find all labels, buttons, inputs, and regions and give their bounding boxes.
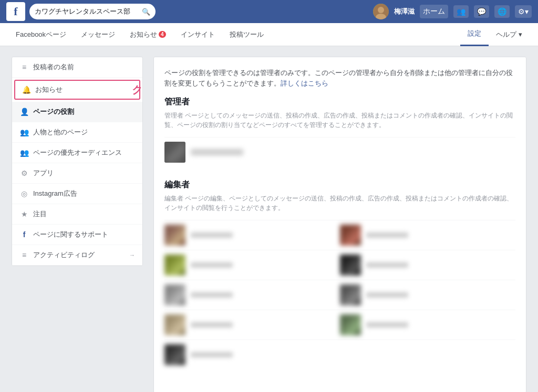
nav-facebook-page[interactable]: Facebookページ	[8, 23, 74, 46]
editor-name-9	[191, 352, 233, 357]
sec-nav-items: Facebookページ メッセージ お知らせ インサイト 投稿ツール	[8, 23, 460, 46]
editor-name-1	[191, 232, 233, 238]
sidebar-item-attention[interactable]: ★ 注目	[12, 204, 142, 225]
facebook-logo: f	[6, 2, 25, 21]
editor-item-9	[164, 340, 340, 369]
list-icon: ≡	[19, 63, 29, 71]
editor-avatar-5	[164, 284, 185, 305]
sidebar-item-notification[interactable]: 🔔 お知らせ	[14, 80, 140, 100]
app-icon: ⚙	[19, 169, 29, 177]
main-content: ページの役割を管理できるのは管理者のみです。このページの管理者から自分を削除また…	[153, 57, 526, 392]
sidebar-item-activity-log[interactable]: ≡ アクティビティログ →	[12, 245, 142, 266]
sidebar-item-page-role[interactable]: 👤 ページの役割	[12, 102, 142, 122]
sidebar-item-support-label: ページに関するサポート	[33, 230, 135, 239]
messenger-icon[interactable]: 💬	[474, 5, 489, 18]
editor-item-3	[164, 250, 340, 280]
editor-avatar-1	[164, 225, 185, 246]
sidebar-item-page-role-label: ページの役割	[33, 107, 135, 116]
editor-name-2	[366, 232, 408, 238]
settings-dropdown-icon[interactable]: ⚙▾	[515, 5, 532, 18]
editor-name-6	[366, 292, 408, 298]
admin-avatar	[164, 142, 185, 163]
username: 梅澤滋	[394, 7, 415, 16]
sec-nav-right: 設定 ヘルプ ▾	[460, 23, 530, 46]
admin-section: 管理者 管理者 ページとしてのメッセージの送信、投稿の作成、広告の作成、投稿また…	[164, 97, 515, 167]
editor-name-5	[191, 292, 233, 298]
main-container: ≡ 投稿者の名前 🔔 お知らせ クリック 👤 ページの役割 👥 人物と他のページ…	[12, 57, 526, 392]
fb-f-icon: f	[14, 5, 17, 18]
arrow-icon: →	[129, 252, 135, 258]
search-input[interactable]	[35, 8, 142, 16]
editor-avatar-2	[340, 225, 361, 246]
page-role-section: ページの役割を管理できるのは管理者のみです。このページの管理者から自分を削除また…	[153, 57, 526, 392]
sidebar-item-audience[interactable]: 👥 ページの優先オーディエンス	[12, 143, 142, 163]
globe-icon[interactable]: 🌐	[494, 5, 510, 18]
nav-help[interactable]: ヘルプ ▾	[489, 23, 530, 46]
editors-grid	[164, 220, 515, 369]
nav-notification[interactable]: お知らせ	[122, 23, 173, 46]
secondary-nav: Facebookページ メッセージ お知らせ インサイト 投稿ツール 設定 ヘル…	[0, 23, 538, 46]
nav-post-tools[interactable]: 投稿ツール	[222, 23, 271, 46]
admin-name	[191, 149, 515, 155]
star-icon: ★	[19, 210, 29, 218]
notification-icon: 🔔	[22, 86, 31, 94]
people-icon: 👥	[19, 128, 29, 136]
avatar	[373, 4, 389, 19]
sidebar: ≡ 投稿者の名前 🔔 お知らせ クリック 👤 ページの役割 👥 人物と他のページ…	[12, 57, 143, 266]
sidebar-item-app[interactable]: ⚙ アプリ	[12, 163, 142, 184]
search-icon[interactable]: 🔍	[142, 8, 150, 16]
editor-avatar-4	[340, 255, 361, 276]
sidebar-item-support[interactable]: f ページに関するサポート	[12, 225, 142, 245]
person-icon: 👤	[19, 108, 29, 116]
nav-message[interactable]: メッセージ	[74, 23, 122, 46]
svg-point-1	[378, 7, 384, 13]
editor-avatar-7	[164, 314, 185, 335]
sidebar-item-instagram[interactable]: ◎ Instagram広告	[12, 184, 142, 204]
detail-link[interactable]: 詳しくはこちら	[281, 79, 328, 87]
editor-name-3	[191, 262, 233, 268]
nav-right: 梅澤滋 ホーム 👥 💬 🌐 ⚙▾	[373, 4, 532, 19]
nav-insight[interactable]: インサイト	[173, 23, 222, 46]
friends-icon[interactable]: 👥	[453, 5, 469, 18]
sidebar-item-audience-label: ページの優先オーディエンス	[33, 148, 135, 157]
admin-description: 管理者 ページとしてのメッセージの送信、投稿の作成、広告の作成、投稿またはコメン…	[164, 111, 515, 130]
sidebar-notification-wrapper: 🔔 お知らせ クリック	[12, 80, 142, 100]
sidebar-item-author-label: 投稿者の名前	[33, 62, 135, 72]
home-nav-item[interactable]: ホーム	[420, 5, 448, 18]
top-nav: f 🔍 梅澤滋 ホーム 👥 💬 🌐 ⚙▾	[0, 0, 538, 23]
sidebar-item-attention-label: 注目	[33, 209, 135, 219]
editor-name-4	[366, 262, 408, 268]
info-text: ページの役割を管理できるのは管理者のみです。このページの管理者から自分を削除また…	[164, 68, 515, 88]
activity-log-icon: ≡	[19, 251, 29, 259]
admin-title: 管理者	[164, 97, 515, 108]
editor-item-6	[340, 280, 515, 310]
editor-avatar-3	[164, 255, 185, 276]
sidebar-item-people-label: 人物と他のページ	[33, 128, 135, 137]
editor-item-7	[164, 310, 340, 340]
sidebar-item-app-label: アプリ	[33, 168, 135, 178]
editor-description: 編集者 ページの編集、ページとしてのメッセージの送信、投稿の作成、広告の作成、投…	[164, 194, 515, 213]
sidebar-item-activity-log-label: アクティビティログ	[33, 250, 125, 260]
search-bar[interactable]: 🔍	[29, 4, 156, 19]
fb-support-icon: f	[19, 230, 29, 239]
editor-item-8	[340, 310, 515, 340]
editor-item-4	[340, 250, 515, 280]
editor-section: 編集者 編集者 ページの編集、ページとしてのメッセージの送信、投稿の作成、広告の…	[164, 179, 515, 369]
editor-avatar-8	[340, 314, 361, 335]
editor-name-7	[191, 322, 233, 327]
audience-icon: 👥	[19, 149, 29, 157]
editor-item-1	[164, 220, 340, 250]
sidebar-item-notification-label: お知らせ	[35, 85, 133, 94]
instagram-icon: ◎	[19, 189, 29, 198]
editor-item-10	[340, 340, 515, 369]
editor-item-2	[340, 220, 515, 250]
editor-item-5	[164, 280, 340, 310]
sidebar-item-author[interactable]: ≡ 投稿者の名前	[12, 57, 142, 78]
sidebar-item-people[interactable]: 👥 人物と他のページ	[12, 122, 142, 143]
editor-title: 編集者	[164, 179, 515, 190]
editor-avatar-9	[164, 344, 185, 365]
editor-name-8	[366, 322, 408, 327]
click-annotation: クリック	[132, 83, 143, 97]
nav-settings[interactable]: 設定	[460, 23, 489, 46]
editor-avatar-6	[340, 284, 361, 305]
